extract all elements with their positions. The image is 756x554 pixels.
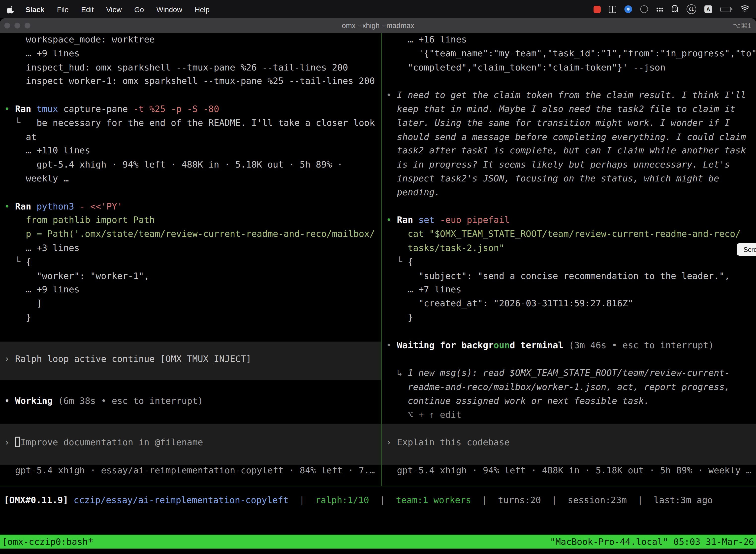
dots-grid-icon[interactable] [656, 7, 663, 11]
terminal-line: … +9 lines [4, 47, 381, 61]
terminal-line: ] [4, 297, 381, 311]
menu-bar-left: Slack FileEditViewGoWindowHelp [0, 5, 222, 13]
ghost-icon[interactable] [671, 4, 678, 14]
terminal-line: ⌥ + ↑ edit [386, 408, 756, 422]
tmux-session-label: [omx-cczip0:bash* [2, 535, 93, 549]
menu-item-edit[interactable]: Edit [81, 5, 93, 13]
blue-app-icon[interactable] [624, 5, 632, 13]
terminal-line: › Explain this codebase [386, 436, 756, 450]
terminal-line: later. Using the same for transition mig… [386, 116, 756, 130]
terminal-line: inspect task2's JSON, focusing on the st… [386, 172, 756, 186]
terminal-line: • Waiting for background terminal (3m 46… [386, 339, 756, 352]
battery-percent-label: 61 [689, 7, 694, 11]
menu-items: FileEditViewGoWindowHelp [57, 5, 222, 13]
terminal-line: › Ralph loop active continue [OMX_TMUX_I… [4, 352, 381, 366]
terminal-line: at [4, 130, 381, 144]
terminal-line [386, 450, 756, 464]
pane-bottom-border [0, 486, 756, 486]
terminal-line [386, 422, 756, 436]
terminal-line [386, 74, 756, 88]
omx-status-line: [OMX#0.11.9] cczip/essay/ai-reimplementa… [4, 493, 713, 507]
terminal-line: … +16 lines [386, 33, 756, 47]
terminal-rows-right: … +16 lines '{"team_name":"my-team","tas… [382, 33, 756, 486]
terminal-line [386, 200, 756, 214]
menu-bar: Slack FileEditViewGoWindowHelp 61 A [0, 0, 756, 18]
terminal-line: • Working (6m 38s • esc to interrupt) [4, 394, 381, 408]
menu-item-file[interactable]: File [57, 5, 69, 13]
input-source-icon[interactable]: A [704, 5, 712, 13]
menu-bar-status-icons: 61 A [593, 4, 756, 14]
grid-icon[interactable] [609, 5, 616, 13]
terminal-line: … +7 lines [386, 283, 756, 297]
menu-item-help[interactable]: Help [195, 5, 209, 13]
terminal-line: › Improve documentation in @filename [4, 436, 381, 450]
terminal-line [386, 325, 756, 339]
menu-item-window[interactable]: Window [156, 5, 182, 13]
battery-icon[interactable] [720, 6, 733, 12]
terminal-line: } [386, 311, 756, 325]
terminal-line [4, 380, 381, 394]
battery-percent-icon[interactable]: 61 [687, 4, 696, 14]
terminal-line: … +110 lines [4, 144, 381, 158]
terminal-line: gpt-5.4 xhigh · 94% left · 488K in · 5.1… [4, 158, 381, 172]
active-app-menu[interactable]: Slack [25, 5, 44, 13]
terminal-line: tasks/task-2.json" [386, 241, 756, 255]
terminal-rows-left: workspace_mode: worktree … +9 lines insp… [0, 33, 381, 486]
terminal-pane-right[interactable]: … +16 lines '{"team_name":"my-team","tas… [382, 33, 756, 486]
menu-item-view[interactable]: View [106, 5, 122, 13]
terminal-line [4, 325, 381, 339]
terminal-line: pending. [386, 186, 756, 200]
terminal-pane-left[interactable]: workspace_mode: worktree … +9 lines insp… [0, 33, 381, 486]
terminal-line: inspect_hud: omx sparkshell --tmux-pane … [4, 61, 381, 74]
terminal-line: from pathlib import Path [4, 214, 381, 227]
terminal-line [4, 422, 381, 436]
terminal-line: • I need to get the claim token from the… [386, 88, 756, 102]
terminal-line: "worker": "worker-1", [4, 269, 381, 283]
terminal-line: cat "$OMX_TEAM_STATE_ROOT/team/review-cu… [386, 227, 756, 241]
tmux-status-bar: [omx-cczip0:bash* "MacBook-Pro-44.local"… [0, 535, 756, 549]
terminal: workspace_mode: worktree … +9 lines insp… [0, 33, 756, 554]
apple-menu-icon[interactable] [7, 5, 15, 13]
terminal-line: └ be necessary for the end of the README… [4, 116, 381, 130]
window-shortcut: ⌥⌘1 [733, 18, 751, 33]
terminal-line: ↳ 1 new msg(s): read $OMX_TEAM_STATE_ROO… [386, 366, 756, 380]
terminal-line: continue assigned work or next feasible … [386, 394, 756, 408]
terminal-line: '{"team_name":"my-team","task_id":"1","f… [386, 47, 756, 61]
wifi-icon[interactable] [741, 5, 749, 13]
terminal-line [4, 408, 381, 422]
window-title-bar[interactable]: omx --xhigh --madmax ⌥⌘1 [0, 18, 756, 33]
terminal-line: "completed","claim_token":"claim-token"}… [386, 61, 756, 74]
screen-tooltip: Scre [737, 243, 756, 256]
window-title: omx --xhigh --madmax [0, 18, 756, 33]
terminal-line: "created_at": "2026-03-31T11:59:27.816Z" [386, 297, 756, 311]
pane-divider [381, 33, 382, 486]
terminal-line: … +9 lines [4, 283, 381, 297]
terminal-line: workspace_mode: worktree [4, 33, 381, 47]
terminal-line: should send a message before completing … [386, 130, 756, 144]
terminal-line [4, 186, 381, 200]
terminal-line: gpt-5.4 xhigh · 94% left · 488K in · 5.1… [386, 463, 756, 477]
terminal-line [4, 450, 381, 464]
terminal-line [4, 339, 381, 352]
terminal-line: └ { [4, 255, 381, 269]
screen-recording-indicator-icon[interactable] [593, 5, 601, 13]
menu-item-go[interactable]: Go [134, 5, 144, 13]
terminal-line: gpt-5.4 xhigh · essay/ai-reimplementatio… [4, 463, 381, 477]
terminal-line: keep that in mind. Maybe I also need the… [386, 102, 756, 116]
terminal-line: … +3 lines [4, 241, 381, 255]
terminal-line: • Ran python3 - <<'PY' [4, 200, 381, 214]
terminal-line: is in progress? It seems likely but perh… [386, 158, 756, 172]
terminal-line: } [4, 311, 381, 325]
dark-circle-icon[interactable] [640, 5, 648, 13]
tmux-host-clock-label: "MacBook-Pro-44.local" 05:03 31-Mar-26 [550, 535, 754, 549]
terminal-line: p = Path('.omx/state/team/review-current… [4, 227, 381, 241]
screen: Slack FileEditViewGoWindowHelp 61 A [0, 0, 756, 554]
terminal-line: • Ran set -euo pipefail [386, 214, 756, 227]
terminal-line: readme-and-reco/mailbox/worker-1.json, a… [386, 380, 756, 394]
terminal-line: weekly … [4, 172, 381, 186]
terminal-line [386, 352, 756, 366]
terminal-line [4, 88, 381, 102]
terminal-line: inspect_worker-1: omx sparkshell --tmux-… [4, 74, 381, 88]
terminal-line: └ { [386, 255, 756, 269]
terminal-line: • Ran tmux capture-pane -t %25 -p -S -80 [4, 102, 381, 116]
